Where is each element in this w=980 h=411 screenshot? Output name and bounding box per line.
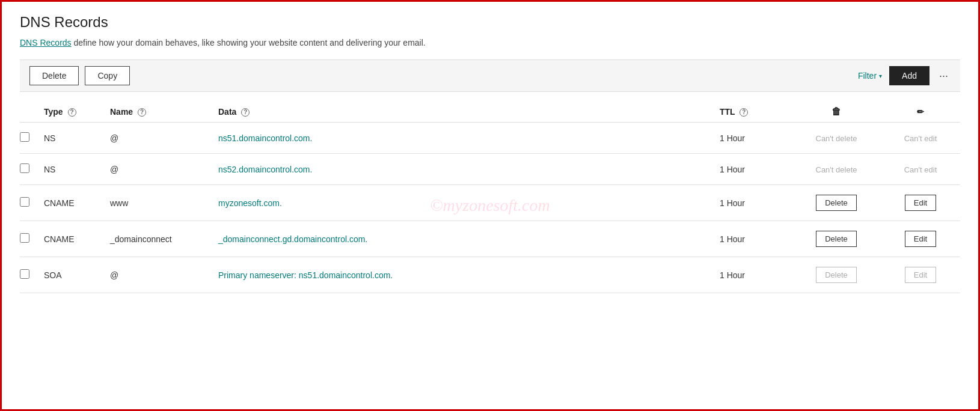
- toolbar-left: Delete Copy: [29, 66, 858, 85]
- cell-ttl: 1 Hour: [720, 221, 792, 257]
- cell-name: @: [110, 257, 218, 293]
- cell-delete: Delete: [792, 257, 888, 293]
- header-checkbox-col: [20, 102, 44, 123]
- dns-records-link[interactable]: DNS Records: [20, 38, 72, 47]
- cell-type: SOA: [44, 257, 110, 293]
- delete-row-button-disabled: Delete: [816, 267, 857, 283]
- cell-edit: Edit: [888, 185, 960, 221]
- row-checkbox[interactable]: [20, 197, 29, 207]
- cant-edit-label: Can't edit: [904, 134, 937, 143]
- table-header: Type ? Name ? Data ? TTL ? 🗑: [20, 102, 960, 123]
- cant-delete-label: Can't delete: [816, 134, 857, 143]
- header-data: Data ?: [218, 102, 720, 123]
- delete-row-button[interactable]: Delete: [816, 231, 857, 247]
- delete-row-button[interactable]: Delete: [816, 195, 857, 211]
- more-options-button[interactable]: ···: [937, 70, 951, 82]
- toolbar-right: Filter ▾ Add ···: [858, 66, 951, 85]
- cell-data: ns52.domaincontrol.com.: [218, 154, 720, 185]
- edit-row-button[interactable]: Edit: [905, 231, 936, 247]
- filter-button[interactable]: Filter ▾: [858, 71, 882, 81]
- cell-name: @: [110, 123, 218, 154]
- data-help-icon[interactable]: ?: [241, 108, 250, 117]
- table-body: NS@ns51.domaincontrol.com.1 HourCan't de…: [20, 123, 960, 293]
- cell-edit: Can't edit: [888, 123, 960, 154]
- cell-type: CNAME: [44, 185, 110, 221]
- add-button[interactable]: Add: [889, 66, 929, 85]
- cell-ttl: 1 Hour: [720, 257, 792, 293]
- cant-edit-label: Can't edit: [904, 165, 937, 174]
- name-help-icon[interactable]: ?: [138, 108, 146, 117]
- cell-edit: Edit: [888, 221, 960, 257]
- cell-type: NS: [44, 123, 110, 154]
- table-row: CNAME_domainconnect_domainconnect.gd.dom…: [20, 221, 960, 257]
- page-container: DNS Records DNS Records define how your …: [2, 2, 978, 305]
- cell-delete: Can't delete: [792, 123, 888, 154]
- edit-row-button[interactable]: Edit: [905, 195, 936, 211]
- cell-data: _domainconnect.gd.domaincontrol.com.: [218, 221, 720, 257]
- table-row: NS@ns51.domaincontrol.com.1 HourCan't de…: [20, 123, 960, 154]
- cell-name: @: [110, 154, 218, 185]
- cell-edit: Can't edit: [888, 154, 960, 185]
- cell-ttl: 1 Hour: [720, 123, 792, 154]
- cell-type: CNAME: [44, 221, 110, 257]
- copy-button[interactable]: Copy: [85, 66, 130, 85]
- header-type: Type ?: [44, 102, 110, 123]
- edit-row-button-disabled: Edit: [905, 267, 936, 283]
- row-checkbox[interactable]: [20, 233, 29, 243]
- cell-delete: Delete: [792, 221, 888, 257]
- cell-ttl: 1 Hour: [720, 185, 792, 221]
- delete-button[interactable]: Delete: [29, 66, 79, 85]
- row-checkbox[interactable]: [20, 132, 29, 142]
- cell-edit: Edit: [888, 257, 960, 293]
- table-row: CNAMEwwwmyzonesoft.com.1 HourDeleteEdit: [20, 185, 960, 221]
- dns-table: Type ? Name ? Data ? TTL ? 🗑: [20, 102, 960, 293]
- ttl-help-icon[interactable]: ?: [740, 108, 748, 117]
- cell-data: Primary nameserver: ns51.domaincontrol.c…: [218, 257, 720, 293]
- cell-delete: Delete: [792, 185, 888, 221]
- cell-type: NS: [44, 154, 110, 185]
- row-checkbox[interactable]: [20, 163, 29, 173]
- toolbar: Delete Copy Filter ▾ Add ···: [20, 59, 960, 92]
- row-checkbox[interactable]: [20, 269, 29, 279]
- header-ttl: TTL ?: [720, 102, 792, 123]
- header-edit-icon: ✏: [888, 102, 960, 123]
- type-help-icon[interactable]: ?: [68, 108, 76, 117]
- chevron-down-icon: ▾: [879, 73, 882, 79]
- cell-delete: Can't delete: [792, 154, 888, 185]
- page-title: DNS Records: [20, 14, 960, 31]
- header-name: Name ?: [110, 102, 218, 123]
- cell-ttl: 1 Hour: [720, 154, 792, 185]
- cell-name: www: [110, 185, 218, 221]
- table-row: SOA@Primary nameserver: ns51.domaincontr…: [20, 257, 960, 293]
- cell-data: ns51.domaincontrol.com.: [218, 123, 720, 154]
- table-row: NS@ns52.domaincontrol.com.1 HourCan't de…: [20, 154, 960, 185]
- cell-data: myzonesoft.com.: [218, 185, 720, 221]
- cant-delete-label: Can't delete: [816, 165, 857, 174]
- page-description: DNS Records define how your domain behav…: [20, 38, 960, 47]
- cell-name: _domainconnect: [110, 221, 218, 257]
- header-delete-icon: 🗑: [792, 102, 888, 123]
